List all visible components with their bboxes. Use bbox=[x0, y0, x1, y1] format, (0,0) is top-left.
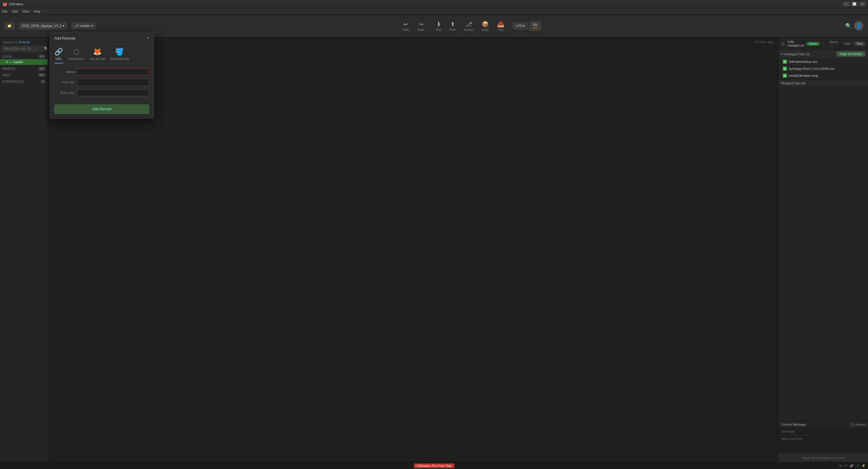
file-add-icon-2: + bbox=[783, 67, 787, 71]
modal-tab-gitlab[interactable]: 🦊 GitLab.com bbox=[89, 48, 105, 63]
status-icon-2: 中 bbox=[844, 464, 847, 468]
menu-view[interactable]: View bbox=[22, 9, 29, 13]
github-tab-label: GitHub.com bbox=[68, 57, 85, 60]
active-dot bbox=[6, 61, 8, 63]
pull-url-label: Pull URL bbox=[54, 81, 75, 84]
tags-count: 0/0 bbox=[38, 73, 45, 77]
menu-file[interactable]: File bbox=[2, 9, 7, 13]
branch-selector[interactable]: ⎇ master ▾ bbox=[71, 23, 96, 29]
modal-body: Name Pull URL Push URL bbox=[50, 64, 154, 105]
stash-button[interactable]: 📦 Stash bbox=[478, 20, 493, 33]
filter-search-icon: 🔍 bbox=[44, 47, 48, 51]
unstaged-chevron-icon: ▾ bbox=[781, 52, 782, 56]
url-tab-label: URL bbox=[56, 57, 62, 60]
pull-button[interactable]: ⬇ Pull bbox=[433, 20, 445, 33]
graph-area: 12 hours ago bbox=[48, 38, 778, 462]
promo-button[interactable]: GitKraken Pro Free Trial bbox=[414, 464, 454, 468]
pop-icon: 📤 bbox=[497, 21, 504, 28]
branch-label: Branch bbox=[464, 28, 473, 31]
modal-tabs: 🔗 URL ⬡ GitHub.com 🦊 GitLab.com 🪣 Bitbuc… bbox=[50, 44, 154, 64]
pop-button[interactable]: 📤 Pop bbox=[494, 20, 508, 33]
name-input[interactable] bbox=[77, 68, 149, 75]
glo-button[interactable]: Glo Soon bbox=[529, 21, 541, 31]
push-button[interactable]: ⬆ Push bbox=[446, 20, 460, 33]
filter-input[interactable] bbox=[4, 47, 44, 50]
app-title: GitKraken bbox=[9, 2, 23, 6]
file-add-icon-3: + bbox=[783, 74, 787, 78]
sidebar: Viewing 1/1 Show All 🔍 LOCAL 1/1 ▶ maste… bbox=[0, 38, 48, 462]
tree-tab[interactable]: Tree bbox=[854, 41, 865, 46]
local-section-header[interactable]: LOCAL 1/1 bbox=[0, 54, 48, 59]
modal-tab-bitbucket[interactable]: 🪣 Bitbucket.org bbox=[110, 48, 129, 63]
unstaged-label: Unstaged Files (3) bbox=[784, 52, 810, 56]
folder-button[interactable]: 📁 bbox=[5, 22, 14, 29]
title-bar: 🐙 GitKraken ─ ⬜ ✕ bbox=[0, 0, 868, 8]
file-name-3: installGitKraken.dmg bbox=[788, 74, 818, 78]
push-url-label: Push URL bbox=[54, 91, 75, 94]
trash-icon[interactable]: 🗑 bbox=[781, 41, 785, 46]
viewing-label: Viewing 1/1 bbox=[2, 41, 18, 44]
repo-dropdown-icon: ▾ bbox=[62, 24, 64, 28]
search-button[interactable]: 🔍 bbox=[844, 22, 853, 30]
right-panel-tabs: Name ↕ Path Tree bbox=[827, 39, 865, 48]
menu-help[interactable]: Help bbox=[34, 9, 40, 13]
push-url-input[interactable] bbox=[77, 89, 149, 96]
menu-edit[interactable]: Edit bbox=[12, 9, 18, 13]
path-tab[interactable]: Path bbox=[841, 41, 853, 46]
branch-dropdown-icon: ▾ bbox=[91, 24, 93, 28]
commit-summary-input[interactable] bbox=[778, 428, 868, 435]
modal-header: Add Remote × bbox=[50, 32, 154, 44]
redo-label: Redo bbox=[417, 28, 425, 31]
modal-tab-github[interactable]: ⬡ GitHub.com bbox=[68, 48, 85, 63]
commit-message-header: Commit Message Amend bbox=[778, 421, 868, 428]
file-item-3[interactable]: + installGitKraken.dmg bbox=[778, 72, 868, 79]
file-item-2[interactable]: + Synology Drive-1.0.0-10240.exe bbox=[778, 65, 868, 72]
repo-selector[interactable]: 2018_0208_dayapp_V1.2 ▾ bbox=[19, 22, 67, 29]
pull-label: Pull bbox=[436, 28, 441, 31]
redo-button[interactable]: ↪ Redo bbox=[414, 20, 428, 33]
submodules-section-header[interactable]: SUBMODULES 0 bbox=[0, 79, 48, 84]
unstaged-section-header[interactable]: ▾ Unstaged Files (3) Stage all changes bbox=[778, 50, 868, 58]
file-item-1[interactable]: + GitKrakenSetup.exe bbox=[778, 58, 868, 65]
modal-close-button[interactable]: × bbox=[147, 36, 149, 40]
branch-toolbar-icon: ⎇ bbox=[465, 21, 472, 28]
staged-section-header[interactable]: ▾ Staged Files (0) bbox=[778, 80, 868, 87]
branch-button[interactable]: ⎇ Branch bbox=[461, 20, 477, 33]
sort-arrow-icon: ↕ bbox=[830, 43, 831, 47]
close-button[interactable]: ✕ bbox=[859, 2, 866, 6]
submodules-label: SUBMODULES bbox=[2, 80, 24, 83]
tags-section-header[interactable]: TAGS 0/0 bbox=[0, 72, 48, 78]
menu-bar: File Edit View Help bbox=[0, 8, 868, 14]
undo-button[interactable]: ↩ Undo bbox=[399, 20, 413, 33]
remote-section-header[interactable]: REMOTE 0/0 bbox=[0, 66, 48, 71]
gitlab-tab-label: GitLab.com bbox=[89, 57, 105, 60]
right-panel-header: 🗑 3 file changes on master ↻ Name ↕ Path… bbox=[778, 38, 868, 50]
stash-icon: 📦 bbox=[482, 21, 489, 28]
status-icon-5: ⚡ bbox=[862, 464, 866, 468]
sidebar-item-master[interactable]: ▶ master bbox=[0, 59, 48, 65]
lfs-label: LFS bbox=[516, 24, 522, 28]
branch-badge: master bbox=[806, 42, 820, 46]
lfs-button[interactable]: LFS ▾ bbox=[513, 22, 528, 29]
maximize-button[interactable]: ⬜ bbox=[851, 2, 858, 6]
amend-checkbox[interactable] bbox=[850, 423, 854, 426]
tags-label: TAGS bbox=[2, 74, 10, 77]
refresh-icon: ↻ bbox=[823, 42, 825, 46]
undo-icon: ↩ bbox=[403, 21, 408, 28]
modal-title: Add Remote bbox=[54, 36, 75, 40]
stage-all-button[interactable]: Stage all changes bbox=[837, 52, 865, 56]
file-name-1: GitKrakenSetup.exe bbox=[788, 60, 817, 63]
modal-tab-url[interactable]: 🔗 URL bbox=[54, 48, 63, 63]
commit-description-input[interactable] bbox=[778, 435, 868, 453]
stage-files-button[interactable]: Stage files/changes to commit bbox=[778, 453, 868, 462]
minimize-button[interactable]: ─ bbox=[843, 2, 849, 6]
branch-name: master bbox=[80, 24, 90, 28]
sort-icon-name[interactable]: Name ↕ bbox=[827, 39, 840, 48]
user-avatar[interactable]: 👤 bbox=[854, 21, 863, 31]
unstaged-files-section: ▾ Unstaged Files (3) Stage all changes +… bbox=[778, 50, 868, 80]
show-all-button[interactable]: Show All bbox=[19, 41, 30, 44]
pull-url-input[interactable] bbox=[77, 79, 149, 86]
add-remote-button[interactable]: Add Remote bbox=[54, 105, 149, 114]
status-right: 🖥 中 🔊 🎙 ⚡ bbox=[839, 464, 866, 468]
redo-icon: ↪ bbox=[418, 21, 424, 28]
